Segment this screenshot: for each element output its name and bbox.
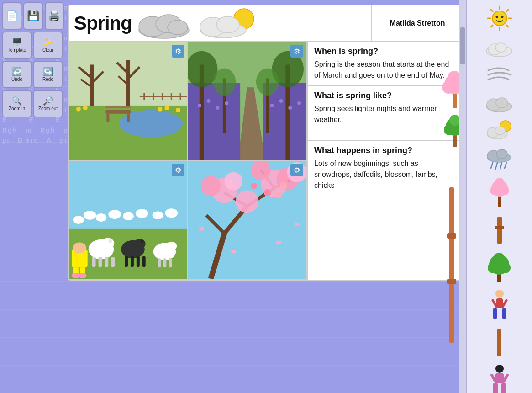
svg-point-174 <box>264 189 271 196</box>
toolbar-row-4: 🔍 Zoom in 🔎 Zoom out <box>2 90 64 117</box>
clear-button[interactable]: ✨ Clear <box>33 32 63 59</box>
photo-park <box>69 42 187 160</box>
svg-point-73 <box>168 20 188 35</box>
zoom-in-label: Zoom in <box>9 106 25 111</box>
trunk-sticker-right <box>445 187 458 345</box>
redo-label: Redo <box>42 77 53 82</box>
svg-point-176 <box>251 183 257 189</box>
zoom-in-button[interactable]: 🔍 Zoom in <box>2 90 32 117</box>
photo-cell-4: ⚙ <box>188 161 307 280</box>
question-3: What happens in spring? <box>314 146 456 155</box>
author-box: Matilda Stretton <box>371 5 463 41</box>
photo-settings-1[interactable]: ⚙ <box>172 45 184 58</box>
template-button[interactable]: 🖥️ Template <box>2 32 32 59</box>
answer-1: Spring is the season that starts at the … <box>314 59 456 81</box>
svg-rect-193 <box>447 233 456 239</box>
svg-rect-34 <box>495 226 504 229</box>
svg-rect-194 <box>447 279 456 284</box>
template-icon: 🖥️ <box>12 38 22 47</box>
svg-point-128 <box>108 210 121 219</box>
svg-point-114 <box>256 69 279 96</box>
svg-point-175 <box>276 191 282 198</box>
svg-point-121 <box>288 106 292 110</box>
header-clouds-left <box>137 7 196 39</box>
svg-line-7 <box>506 10 508 11</box>
sidebar-cloud-sun-icon[interactable] <box>484 118 516 141</box>
svg-rect-46 <box>497 329 501 356</box>
card-title-area: Spring <box>69 5 371 42</box>
svg-point-177 <box>279 182 287 190</box>
question-1: When is spring? <box>314 47 456 56</box>
svg-point-119 <box>270 104 274 107</box>
left-toolbar: 📄 💾 🖨️ 🖥️ Template ✨ Clear ↩️ Undo ↪️ Re… <box>0 0 66 393</box>
header-decoration <box>137 7 367 39</box>
zoom-out-button[interactable]: 🔎 Zoom out <box>33 90 63 117</box>
svg-rect-43 <box>502 308 506 319</box>
sidebar-wind-icon[interactable] <box>484 64 516 86</box>
svg-rect-139 <box>111 257 115 267</box>
svg-rect-28 <box>498 195 501 207</box>
sidebar-pink-person-icon[interactable] <box>484 364 516 393</box>
svg-point-120 <box>279 99 283 103</box>
svg-point-127 <box>96 213 107 222</box>
photo-settings-3[interactable]: ⚙ <box>172 164 184 176</box>
svg-point-132 <box>165 208 178 218</box>
svg-rect-143 <box>125 256 128 267</box>
svg-rect-137 <box>99 257 102 267</box>
photo-settings-4[interactable]: ⚙ <box>290 164 303 176</box>
svg-point-148 <box>166 242 177 251</box>
svg-point-191 <box>449 115 460 126</box>
sidebar-green-tree-icon[interactable] <box>484 252 516 284</box>
svg-point-47 <box>495 365 504 373</box>
undo-button[interactable]: ↩️ Undo <box>2 61 32 88</box>
clear-icon: ✨ <box>43 38 53 47</box>
svg-point-115 <box>198 104 201 107</box>
svg-line-5 <box>491 10 493 11</box>
new-button[interactable]: 📄 <box>2 2 21 30</box>
svg-point-13 <box>495 43 506 52</box>
svg-point-116 <box>207 99 211 103</box>
svg-rect-192 <box>449 187 454 343</box>
save-button[interactable]: 💾 <box>23 2 42 30</box>
svg-rect-123 <box>69 161 187 234</box>
save-icon: 💾 <box>27 11 39 21</box>
content-card: Spring <box>68 5 464 281</box>
svg-rect-144 <box>131 256 134 267</box>
svg-point-77 <box>216 16 239 33</box>
svg-point-30 <box>490 186 499 195</box>
clear-label: Clear <box>42 48 53 53</box>
redo-icon: ↪️ <box>43 68 53 76</box>
svg-point-96 <box>164 106 169 110</box>
svg-point-40 <box>495 290 504 298</box>
svg-rect-105 <box>188 83 240 160</box>
photo-cell-1: ⚙ <box>69 42 188 161</box>
svg-point-112 <box>213 69 236 96</box>
card-header: Spring <box>69 5 463 42</box>
svg-point-130 <box>136 209 148 218</box>
svg-line-6 <box>506 25 508 27</box>
svg-rect-91 <box>106 114 109 122</box>
new-icon: 📄 <box>6 11 18 21</box>
sidebar-cloud-light-icon[interactable] <box>484 37 516 58</box>
svg-point-0 <box>492 11 507 26</box>
svg-rect-89 <box>105 110 131 114</box>
sidebar-rain-icon[interactable] <box>484 146 516 171</box>
sidebar-trunk2-icon[interactable] <box>484 327 516 359</box>
scrollbar-thumb[interactable] <box>460 27 465 64</box>
print-button[interactable]: 🖨️ <box>45 2 64 30</box>
svg-point-141 <box>134 239 146 249</box>
question-2: What is spring like? <box>314 91 456 101</box>
svg-rect-49 <box>493 383 498 393</box>
svg-line-8 <box>491 25 493 27</box>
redo-button[interactable]: ↪️ Redo <box>33 61 63 88</box>
sidebar-cloud-medium-icon[interactable] <box>484 92 516 112</box>
photo-settings-2[interactable]: ⚙ <box>290 45 303 58</box>
zoom-out-label: Zoom out <box>38 106 58 111</box>
svg-point-32 <box>495 178 504 187</box>
sidebar-person-icon[interactable] <box>484 289 516 321</box>
zoom-out-icon: 🔎 <box>43 97 53 105</box>
sidebar-sun-icon[interactable] <box>484 5 516 32</box>
svg-rect-92 <box>127 114 130 122</box>
sidebar-pink-tree-icon[interactable] <box>484 177 516 209</box>
sidebar-trunk-icon[interactable] <box>484 214 516 246</box>
